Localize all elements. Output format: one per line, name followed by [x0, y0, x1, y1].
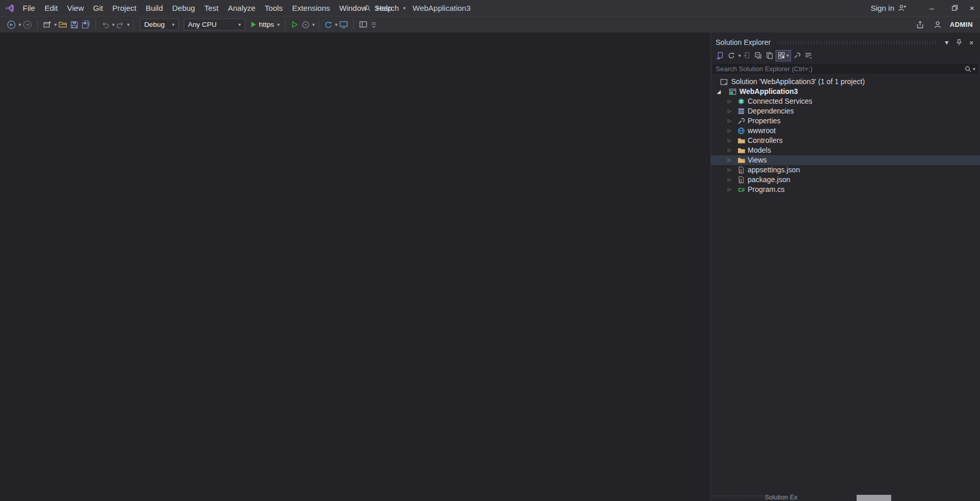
solution-platform-dropdown[interactable]: Any CPU ▾: [184, 19, 245, 30]
refresh-button[interactable]: [726, 50, 737, 61]
globe-icon: [737, 126, 746, 135]
drag-grip: [713, 495, 764, 498]
toolbar-separator: [285, 20, 286, 29]
solution-tree: Solution 'WebApplication3' (1 of 1 proje…: [711, 77, 980, 195]
expander-collapsed-icon[interactable]: ▷: [726, 186, 733, 193]
folder-icon: [737, 156, 746, 165]
menu-project[interactable]: Project: [107, 0, 141, 16]
menu-extensions[interactable]: Extensions: [288, 0, 335, 16]
visual-studio-logo-icon: [5, 3, 15, 13]
expander-collapsed-icon[interactable]: ▷: [726, 107, 733, 115]
restore-button[interactable]: [943, 0, 967, 16]
navigate-back-button[interactable]: [5, 18, 18, 31]
tree-item-label: Connected Services: [748, 96, 812, 106]
tree-item-connected-services[interactable]: ▷ Connected Services: [711, 96, 980, 106]
redo-caret-icon[interactable]: ▾: [127, 22, 130, 27]
tree-item-models[interactable]: ▷ Models: [711, 146, 980, 155]
run-profile-label: https: [259, 21, 274, 28]
close-button[interactable]: ×: [967, 0, 980, 16]
expander-expanded-icon[interactable]: ◢: [715, 88, 722, 95]
tree-item-program-cs[interactable]: ▷ C# Program.cs: [711, 185, 980, 195]
sync-with-active-document-button[interactable]: [741, 50, 752, 61]
svg-text:C#: C#: [738, 187, 745, 193]
admin-badge: ADMIN: [950, 21, 973, 28]
switch-views-button[interactable]: [714, 50, 725, 61]
tab-solution-explorer[interactable]: Solution Ex: [765, 494, 797, 501]
menu-analyze[interactable]: Analyze: [223, 0, 260, 16]
expander-collapsed-icon[interactable]: ▷: [726, 127, 733, 135]
tree-item-appsettings-json[interactable]: ▷ {} appsettings.json: [711, 165, 980, 175]
global-search-button[interactable]: Search ▾: [364, 0, 406, 16]
redo-button[interactable]: [115, 18, 126, 31]
expander-collapsed-icon[interactable]: ▷: [726, 176, 733, 184]
minimize-button[interactable]: –: [920, 0, 943, 16]
tree-item-properties[interactable]: ▷ Properties: [711, 116, 980, 126]
save-button[interactable]: [69, 18, 80, 31]
menu-edit[interactable]: Edit: [40, 0, 62, 16]
undo-button[interactable]: [100, 18, 111, 31]
panel-bottom-tabs: Solution Ex: [711, 493, 980, 501]
close-icon[interactable]: ×: [967, 38, 976, 47]
menu-build[interactable]: Build: [141, 0, 167, 16]
expander-collapsed-icon[interactable]: ▷: [726, 117, 733, 125]
solution-explorer-header[interactable]: Solution Explorer ▾ ×: [711, 33, 980, 48]
start-without-debugging-button[interactable]: [289, 18, 300, 31]
tree-item-webapplication3[interactable]: ◢ WebApplication3: [711, 87, 980, 96]
pin-icon[interactable]: [955, 38, 963, 47]
title-bar-right: Sign in – ×: [871, 0, 980, 16]
save-all-button[interactable]: [80, 18, 92, 31]
show-all-files-button[interactable]: [764, 50, 775, 61]
preview-selected-items-button[interactable]: [803, 50, 814, 61]
tree-item-label: Views: [748, 155, 767, 165]
tree-item-label: Dependencies: [748, 106, 794, 116]
start-debugging-button[interactable]: https ▾: [248, 18, 281, 31]
performance-profiler-button[interactable]: [300, 18, 311, 31]
filter-caret-icon: ▾: [786, 53, 789, 58]
solution-configuration-dropdown[interactable]: Debug ▾: [140, 19, 179, 30]
properties-button[interactable]: [792, 50, 802, 61]
search-icon[interactable]: [965, 66, 972, 73]
tree-item-solution[interactable]: Solution 'WebApplication3' (1 of 1 proje…: [711, 77, 980, 87]
solution-icon: [719, 77, 728, 86]
open-folder-button[interactable]: [57, 18, 69, 31]
expander-collapsed-icon[interactable]: ▷: [726, 137, 733, 144]
tree-item-package-json[interactable]: ▷ {} package.json: [711, 175, 980, 185]
tree-item-label: appsettings.json: [748, 165, 800, 175]
tree-item-views[interactable]: ▷ Views: [711, 155, 980, 165]
share-icon[interactable]: [914, 18, 926, 31]
expander-collapsed-icon[interactable]: ▷: [726, 156, 733, 164]
feedback-icon[interactable]: [932, 18, 943, 31]
solution-explorer-search: ▾: [712, 63, 979, 75]
menu-git[interactable]: Git: [88, 0, 107, 16]
menu-tools[interactable]: Tools: [260, 0, 288, 16]
expander-collapsed-icon[interactable]: ▷: [726, 147, 733, 154]
navigate-forward-button[interactable]: [21, 18, 34, 31]
refresh-caret-icon[interactable]: ▾: [738, 53, 741, 58]
window-layout-button[interactable]: [357, 18, 369, 31]
tree-item-dependencies[interactable]: ▷ Dependencies: [711, 106, 980, 116]
collapse-all-button[interactable]: [753, 50, 764, 61]
browser-link-button[interactable]: [338, 18, 350, 31]
search-input[interactable]: [716, 65, 965, 73]
window-position-icon[interactable]: ▾: [942, 38, 951, 47]
sign-in-button[interactable]: Sign in: [871, 4, 907, 12]
scrollbar-thumb[interactable]: [857, 495, 891, 501]
search-options-caret-icon[interactable]: ▾: [973, 67, 975, 72]
profiler-caret-icon[interactable]: ▾: [312, 22, 315, 27]
svg-text:{}: {}: [739, 168, 742, 173]
menu-view[interactable]: View: [62, 0, 88, 16]
expander-collapsed-icon[interactable]: ▷: [726, 166, 733, 174]
filter-toggle-button[interactable]: ▾: [776, 50, 791, 61]
hot-reload-button[interactable]: [323, 18, 334, 31]
tree-item-controllers[interactable]: ▷ Controllers: [711, 136, 980, 146]
expander-collapsed-icon[interactable]: ▷: [726, 98, 733, 105]
tree-item-wwwroot[interactable]: ▷ wwwroot: [711, 126, 980, 136]
editor-area: [0, 33, 710, 501]
menu-file[interactable]: File: [18, 0, 40, 16]
json-file-icon: {}: [737, 175, 746, 184]
toolbar-overflow-button[interactable]: [369, 18, 378, 31]
menu-test[interactable]: Test: [200, 0, 224, 16]
menu-debug[interactable]: Debug: [168, 0, 200, 16]
new-project-button[interactable]: [41, 18, 53, 31]
json-file-icon: {}: [737, 166, 746, 174]
